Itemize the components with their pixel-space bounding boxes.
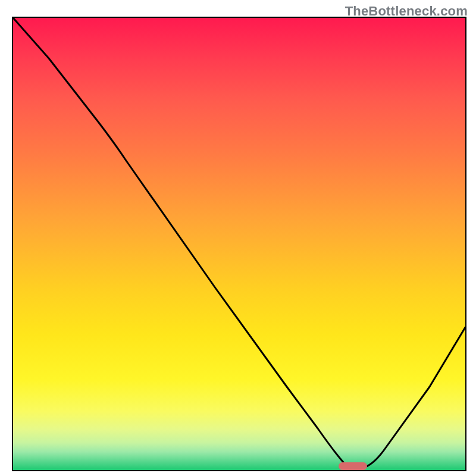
plot-area xyxy=(12,17,466,471)
bottleneck-curve xyxy=(13,18,465,470)
curve-path xyxy=(13,18,465,468)
chart-stage: TheBottleneck.com xyxy=(0,0,476,476)
watermark-text: TheBottleneck.com xyxy=(345,4,468,19)
optimum-marker xyxy=(339,462,367,470)
